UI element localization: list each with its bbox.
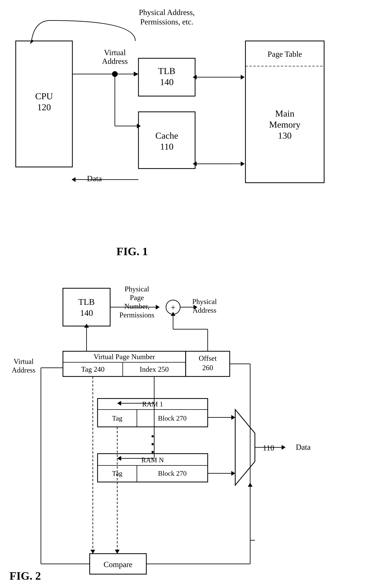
svg-marker-99 [235, 410, 255, 485]
svg-marker-102 [282, 445, 286, 450]
svg-text:Virtual: Virtual [14, 357, 34, 365]
svg-text:Main: Main [275, 108, 294, 119]
svg-text:•: • [151, 447, 154, 457]
svg-text:Cache: Cache [155, 130, 178, 141]
svg-rect-34 [63, 288, 110, 326]
page: Physical Address, Permissions, etc. CPU … [0, 0, 385, 588]
phys-addr-label: Physical Address, [139, 8, 195, 17]
svg-text:Physical: Physical [125, 285, 149, 293]
svg-text:Block 270: Block 270 [158, 470, 187, 477]
svg-text:RAM N: RAM N [141, 456, 164, 464]
svg-marker-1 [30, 39, 34, 44]
svg-text:Physical: Physical [192, 297, 217, 306]
svg-text:Page: Page [130, 294, 144, 302]
svg-text:Page Table: Page Table [268, 50, 302, 59]
svg-text:Offset: Offset [199, 354, 217, 362]
svg-text:TLB: TLB [78, 297, 95, 307]
svg-text:140: 140 [80, 308, 93, 318]
fig1-area: Physical Address, Permissions, etc. CPU … [6, 6, 376, 274]
svg-text:Address: Address [12, 366, 36, 374]
svg-text:Index 250: Index 250 [139, 365, 169, 373]
svg-text:CPU: CPU [35, 91, 53, 101]
svg-text:Tag 240: Tag 240 [81, 365, 105, 373]
svg-marker-42 [156, 305, 160, 310]
svg-text:140: 140 [160, 77, 174, 87]
svg-marker-106 [91, 550, 95, 554]
svg-text:120: 120 [37, 102, 51, 112]
svg-marker-9 [134, 72, 138, 76]
svg-text:Number,: Number, [124, 302, 150, 310]
svg-marker-72 [117, 401, 121, 406]
svg-text:Tag: Tag [112, 414, 122, 422]
svg-marker-14 [241, 75, 245, 80]
fig2-label: FIG. 2 [9, 569, 41, 582]
svg-marker-26 [241, 161, 245, 166]
svg-text:Permissions, etc.: Permissions, etc. [140, 17, 193, 26]
svg-marker-24 [72, 177, 76, 182]
fig1-label: FIG. 1 [116, 245, 148, 258]
svg-text:TLB: TLB [158, 66, 175, 76]
svg-text:RAM 1: RAM 1 [142, 400, 163, 408]
svg-text:+: + [171, 303, 175, 312]
svg-text:Virtual: Virtual [104, 48, 126, 57]
svg-marker-82 [231, 415, 235, 420]
svg-text:110: 110 [263, 443, 274, 452]
svg-text:110: 110 [160, 142, 173, 152]
svg-text:260: 260 [202, 364, 213, 372]
svg-text:Compare: Compare [103, 560, 132, 569]
svg-text:Virtual Page Number: Virtual Page Number [94, 353, 155, 361]
fig2-area: TLB 140 Physical Page Number, Permission… [6, 280, 376, 580]
svg-text:Address: Address [102, 57, 128, 65]
svg-text:Memory: Memory [269, 119, 301, 130]
svg-marker-114 [248, 483, 252, 487]
svg-text:130: 130 [278, 130, 292, 141]
svg-marker-109 [115, 550, 120, 554]
svg-text:Data: Data [87, 174, 102, 183]
svg-text:Permissions: Permissions [119, 311, 154, 319]
svg-marker-98 [231, 471, 235, 476]
svg-text:Block 270: Block 270 [158, 414, 187, 422]
svg-marker-88 [117, 456, 121, 461]
svg-text:Data: Data [296, 443, 310, 451]
